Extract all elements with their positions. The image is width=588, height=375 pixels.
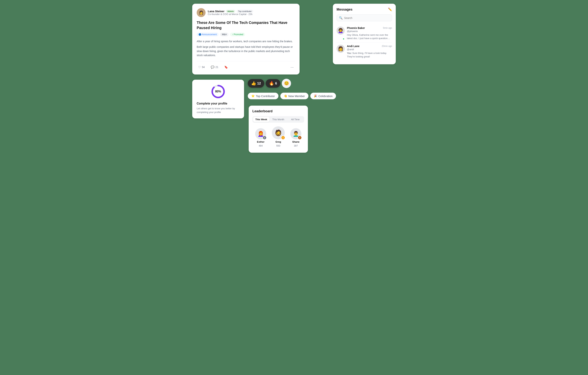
phoenix-message-body: Phoenix Baker 5min ago @phoenix Hey Oliv… [347, 26, 392, 40]
rank-badge-3: 3 [298, 136, 302, 140]
leaderboard-title: Leaderboard [252, 109, 304, 113]
add-reaction-icon: 😊 [284, 81, 289, 86]
new-member-emoji: 👋 [284, 94, 287, 98]
phoenix-preview: Hey Olivia, Katherine sent me over the l… [347, 33, 392, 40]
greg-name: Greg [275, 140, 281, 143]
celebration-label: Celebration [318, 95, 333, 98]
messages-title: Messages [336, 8, 352, 11]
search-input[interactable] [344, 16, 390, 20]
esther-score: 484 [259, 144, 263, 147]
andi-time: 20min ago [382, 45, 392, 47]
search-box: 🔍 [336, 14, 392, 21]
compose-button[interactable]: ✏️ [388, 7, 392, 11]
profile-completion-card: 80% Complete your profile Let others get… [192, 80, 244, 118]
new-member-label: New Member [288, 95, 305, 98]
phoenix-avatar-wrap: 👩‍🦱 [336, 26, 345, 40]
emoji-tag-new-member[interactable]: 👋 New Member [280, 93, 308, 99]
andi-message-body: Andi Lane 20min ago @andi You: Sure thin… [347, 45, 392, 58]
like-count: 94 [202, 66, 205, 68]
andi-name-row: Andi Lane 20min ago [347, 45, 392, 48]
phoenix-handle: @phoenix [347, 30, 392, 33]
leaderboard-card: Leaderboard This Week This Month All Tim… [249, 106, 308, 153]
shane-score: 397 [294, 144, 298, 147]
andi-handle: @andi [347, 48, 392, 51]
author-avatar: 👩 [197, 8, 206, 17]
thumbs-up-emoji: 👍 [251, 81, 256, 86]
author-meta: Co-founder & COO at Merce Capital · 23h [208, 13, 253, 16]
profile-card-title: Complete your profile [197, 102, 240, 105]
phoenix-avatar: 👩‍🦱 [336, 26, 345, 35]
post-card: 👩 Lana Steiner Admin Top contributer Co-… [192, 4, 300, 75]
phoenix-time: 5min ago [383, 27, 392, 29]
emoji-tag-top-contributor[interactable]: ⭐ Top Contributor [248, 93, 278, 99]
add-reaction-button[interactable]: 😊 [282, 79, 291, 88]
post-actions: ♡ 94 💬 21 🔖 ··· [197, 61, 295, 70]
heart-icon: ♡ [198, 66, 201, 69]
phoenix-name: Phoenix Baker [347, 26, 365, 30]
fire-count: 6 [275, 81, 277, 85]
phoenix-name-row: Phoenix Baker 5min ago [347, 26, 392, 30]
post-paragraph-1: After a year of hiring sprees for worker… [197, 39, 295, 43]
tab-this-month[interactable]: This Month [270, 117, 286, 122]
search-icon: 🔍 [339, 16, 343, 20]
comment-button[interactable]: 💬 21 [209, 65, 220, 70]
shane-name: Shane [292, 140, 299, 143]
leaderboard-tabs: This Week This Month All Time [252, 116, 304, 123]
comment-icon: 💬 [211, 66, 214, 69]
rank-badge-2: 2 [262, 136, 267, 140]
tab-all-time[interactable]: All Time [287, 117, 304, 122]
comment-count: 21 [216, 66, 219, 68]
celebration-emoji: 🎉 [314, 94, 317, 98]
bookmark-button[interactable]: 🔖 [223, 65, 230, 70]
post-header: 👩 Lana Steiner Admin Top contributer Co-… [197, 8, 295, 17]
tags-row: 🔵 Announcement M&A ↑ Promoted [197, 33, 295, 36]
progress-ring: 80% [211, 84, 226, 99]
post-title: These Are Some Of The Tech Companies Tha… [197, 20, 295, 30]
progress-percent: 80% [215, 90, 221, 93]
podium-item-1st: 🧔 1 Greg 550 [272, 126, 285, 147]
messages-header: Messages ✏️ [336, 7, 392, 11]
tag-promoted[interactable]: ↑ Promoted [230, 33, 245, 36]
badge-admin: Admin [226, 10, 235, 13]
message-item-phoenix[interactable]: 👩‍🦱 Phoenix Baker 5min ago @phoenix Hey … [336, 24, 392, 42]
emoji-tag-celebration[interactable]: 🎉 Celebration [310, 93, 336, 99]
top-contributor-emoji: ⭐ [251, 94, 255, 98]
emoji-tags-row: ⭐ Top Contributor 👋 New Member 🎉 Celebra… [248, 93, 336, 99]
author-name: Lana Steiner [208, 10, 224, 13]
reactions-row: 👍 12 🔥 6 😊 [248, 79, 291, 88]
esther-avatar-wrap: 👩‍🦰 2 [255, 128, 266, 139]
message-item-andi[interactable]: 👩 Andi Lane 20min ago @andi You: Sure th… [336, 42, 392, 60]
profile-card-desc: Let others get to know you better by com… [197, 107, 240, 114]
tag-announcement[interactable]: 🔵 Announcement [197, 33, 219, 36]
andi-avatar-wrap: 👩 [336, 45, 345, 58]
leaderboard-podium: 👩‍🦰 2 Esther 484 🧔 1 Greg 550 [252, 126, 304, 149]
andi-preview: You: Sure thing, I'll have a look today.… [347, 52, 392, 58]
andi-avatar: 👩 [336, 45, 345, 53]
top-contributor-label: Top Contributor [256, 95, 275, 98]
author-name-row: Lana Steiner Admin Top contributer [208, 10, 253, 13]
thumbs-up-count: 12 [257, 81, 261, 85]
online-indicator [343, 38, 345, 40]
tag-ma[interactable]: M&A [220, 33, 229, 36]
author-info: Lana Steiner Admin Top contributer Co-fo… [208, 10, 253, 16]
podium-item-3rd: 👨‍🦱 3 Shane 397 [290, 128, 301, 147]
fire-emoji: 🔥 [269, 81, 274, 86]
shane-avatar-wrap: 👨‍🦱 3 [290, 128, 301, 139]
reaction-fire[interactable]: 🔥 6 [266, 79, 280, 88]
messages-card: Messages ✏️ 🔍 👩‍🦱 Phoenix Baker 5min ago… [333, 4, 396, 64]
andi-name: Andi Lane [347, 45, 359, 48]
badge-top-contributor: Top contributer [237, 10, 253, 13]
reaction-thumbs-up[interactable]: 👍 12 [248, 79, 264, 88]
post-paragraph-2: Both large public companies and startups… [197, 45, 295, 57]
greg-score: 550 [276, 144, 280, 147]
tab-this-week[interactable]: This Week [253, 117, 269, 122]
progress-ring-wrap: 80% [197, 84, 240, 99]
like-button[interactable]: ♡ 94 [197, 65, 206, 70]
rank-badge-1: 1 [281, 136, 285, 140]
more-options-button[interactable]: ··· [289, 64, 295, 70]
esther-name: Esther [257, 140, 264, 143]
podium-item-2nd: 👩‍🦰 2 Esther 484 [255, 128, 266, 147]
bookmark-icon: 🔖 [224, 66, 228, 69]
greg-avatar-wrap: 🧔 1 [272, 126, 285, 139]
